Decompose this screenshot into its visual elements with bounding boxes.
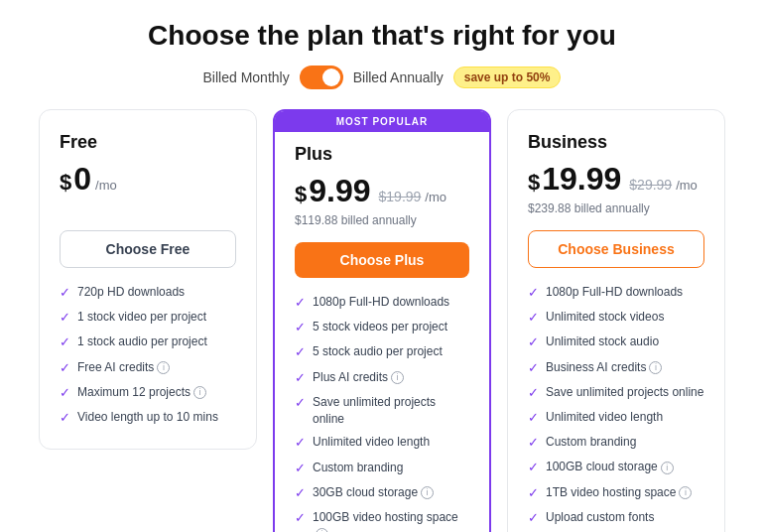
feature-text: 1TB video hosting spacei <box>546 484 692 501</box>
billing-toggle[interactable] <box>300 66 343 89</box>
choose-business-button[interactable]: Choose Business <box>528 230 704 268</box>
info-icon[interactable]: i <box>679 486 692 499</box>
feature-item: ✓ Unlimited stock audio <box>528 333 704 351</box>
save-badge: save up to 50% <box>453 66 562 88</box>
plan-name-plus: Plus <box>295 144 469 165</box>
feature-item: ✓ Maximum 12 projectsi <box>60 384 236 402</box>
info-icon[interactable]: i <box>391 371 404 384</box>
feature-text: 100GB cloud storagei <box>546 459 674 475</box>
price-dollar-free: $ <box>60 170 71 196</box>
price-area-business: $19.99$29.99/mo$239.88 billed annually <box>528 161 704 230</box>
feature-item: ✓ Free AI creditsi <box>60 359 236 377</box>
popular-badge: MOST POPULAR <box>275 111 489 132</box>
feature-item: ✓ Custom branding <box>295 460 469 477</box>
feature-text: Plus AI creditsi <box>313 369 404 386</box>
page-title: Choose the plan that's right for you <box>20 20 744 52</box>
feature-text: 1080p Full-HD downloads <box>313 294 449 311</box>
feature-item: ✓ 1080p Full-HD downloads <box>528 284 704 302</box>
feature-item: ✓ Custom branding <box>528 434 704 452</box>
check-icon: ✓ <box>295 509 306 527</box>
info-icon[interactable]: i <box>649 361 662 374</box>
check-icon: ✓ <box>60 409 70 427</box>
price-old-business: $29.99 <box>629 177 672 193</box>
feature-text: 1 stock video per project <box>77 309 206 326</box>
plan-card-business: Business$19.99$29.99/mo$239.88 billed an… <box>507 109 725 532</box>
feature-text: 5 stock videos per project <box>313 319 447 335</box>
feature-item: ✓ 5 stock audio per project <box>295 343 469 361</box>
price-per-free: /mo <box>95 178 117 193</box>
check-icon: ✓ <box>295 460 306 477</box>
price-amount-plus: 9.99 <box>309 173 370 209</box>
feature-text: Unlimited stock videos <box>546 309 664 326</box>
feature-text: 30GB cloud storagei <box>313 484 434 501</box>
feature-text: Video length up to 10 mins <box>77 409 218 426</box>
feature-item: ✓ Video length up to 10 mins <box>60 409 236 427</box>
check-icon: ✓ <box>295 369 306 387</box>
feature-text: Custom branding <box>546 434 636 451</box>
check-icon: ✓ <box>60 284 70 302</box>
check-icon: ✓ <box>60 359 70 377</box>
feature-item: ✓ 5 stock videos per project <box>295 319 469 336</box>
info-icon[interactable]: i <box>661 462 674 474</box>
feature-text: Unlimited video length <box>546 409 663 426</box>
feature-text: 1 stock audio per project <box>77 333 207 350</box>
billing-toggle-row: Billed Monthly Billed Annually save up t… <box>20 66 744 89</box>
check-icon: ✓ <box>60 309 70 327</box>
check-icon: ✓ <box>295 434 306 452</box>
check-icon: ✓ <box>528 333 539 351</box>
check-icon: ✓ <box>295 319 306 336</box>
check-icon: ✓ <box>60 384 70 402</box>
feature-item: ✓ Business AI creditsi <box>528 359 704 377</box>
features-list-business: ✓ 1080p Full-HD downloads ✓ Unlimited st… <box>528 284 704 532</box>
plan-name-business: Business <box>528 132 704 153</box>
choose-free-button[interactable]: Choose Free <box>60 230 236 268</box>
price-row-business: $19.99$29.99/mo <box>528 161 704 198</box>
check-icon: ✓ <box>528 309 539 327</box>
info-icon[interactable]: i <box>193 386 206 399</box>
feature-item: ✓ Upload custom fonts <box>528 509 704 527</box>
price-per-plus: /mo <box>425 190 446 204</box>
feature-text: 100GB video hosting spacei <box>313 509 469 532</box>
price-dollar-plus: $ <box>295 182 307 207</box>
feature-item: ✓ 1 stock video per project <box>60 309 236 327</box>
feature-text: Business AI creditsi <box>546 359 662 376</box>
feature-item: ✓ 100GB cloud storagei <box>528 459 704 476</box>
billed-note-business: $239.88 billed annually <box>528 201 704 215</box>
plan-name-free: Free <box>60 132 236 153</box>
feature-item: ✓ 1 stock audio per project <box>60 333 236 351</box>
check-icon: ✓ <box>528 459 539 476</box>
feature-item: ✓ Unlimited stock videos <box>528 309 704 327</box>
check-icon: ✓ <box>528 384 539 402</box>
price-row-free: $0/mo <box>60 161 236 198</box>
feature-item: ✓ Save unlimited projects online <box>528 384 704 402</box>
price-amount-business: 19.99 <box>542 161 621 198</box>
check-icon: ✓ <box>295 294 306 312</box>
check-icon: ✓ <box>295 343 306 361</box>
feature-text: 720p HD downloads <box>77 284 185 301</box>
feature-text: Unlimited video length <box>313 434 430 451</box>
check-icon: ✓ <box>295 394 306 412</box>
plan-card-plus: MOST POPULARPlus$9.99$19.99/mo$119.88 bi… <box>273 109 491 532</box>
check-icon: ✓ <box>528 434 539 452</box>
feature-item: ✓ Plus AI creditsi <box>295 369 469 387</box>
price-per-business: /mo <box>676 178 698 193</box>
features-list-plus: ✓ 1080p Full-HD downloads ✓ 5 stock vide… <box>295 294 469 532</box>
info-icon[interactable]: i <box>421 486 434 499</box>
feature-item: ✓ Save unlimited projects online <box>295 394 469 428</box>
info-icon[interactable]: i <box>316 528 328 532</box>
feature-text: Save unlimited projects online <box>313 394 469 428</box>
choose-plus-button[interactable]: Choose Plus <box>295 242 469 278</box>
price-old-plus: $19.99 <box>379 189 422 204</box>
feature-text: Save unlimited projects online <box>546 384 703 401</box>
price-row-plus: $9.99$19.99/mo <box>295 173 469 209</box>
feature-text: Custom branding <box>313 460 403 476</box>
plans-container: Free$0/moChoose Free ✓ 720p HD downloads… <box>20 109 744 532</box>
check-icon: ✓ <box>60 333 70 351</box>
feature-text: Free AI creditsi <box>77 359 170 376</box>
price-dollar-business: $ <box>528 170 540 196</box>
feature-item: ✓ 1080p Full-HD downloads <box>295 294 469 312</box>
info-icon[interactable]: i <box>157 361 170 374</box>
price-area-free: $0/mo <box>60 161 236 230</box>
feature-item: ✓ 720p HD downloads <box>60 284 236 302</box>
billing-monthly-label: Billed Monthly <box>203 69 290 85</box>
